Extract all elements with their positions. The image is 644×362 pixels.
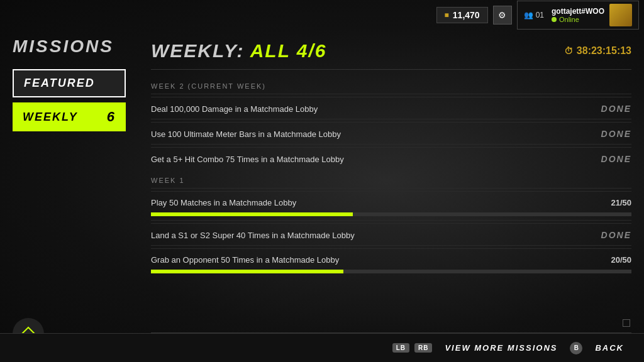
mission-item-w1-2: Land a S1 or S2 Super 40 Times in a Matc… — [151, 220, 631, 245]
weekly-header: WEEKLY: ALL 4/6 ⏱ 38:23:15:13 — [151, 30, 631, 70]
weekly-button[interactable]: WEEKLY 6 — [13, 102, 126, 131]
username: gottajett#WOO — [552, 7, 604, 16]
week2-label: WEEK 2 (CURRENT WEEK) — [151, 75, 631, 94]
mission-name-w1-3: Grab an Opponent 50 Times in a Matchmade… — [151, 255, 339, 265]
timer-value: 38:23:15:13 — [577, 45, 631, 57]
mission-row-w1-1: Play 50 Matches in a Matchmade Lobby 21/… — [151, 191, 631, 210]
progress-fill-w1-1 — [151, 212, 353, 216]
mission-name-w2-3: Get a 5+ Hit Combo 75 Times in a Matchma… — [151, 155, 344, 164]
mission-item-w2-2: Use 100 Ultimate Meter Bars in a Matchma… — [151, 119, 631, 144]
week1-label: WEEK 1 — [151, 169, 631, 188]
mission-status-w1-2: DONE — [601, 230, 631, 240]
mission-item-w1-1: Play 50 Matches in a Matchmade Lobby 21/… — [151, 188, 631, 220]
weekly-count: 6 — [107, 109, 116, 125]
user-status: Online — [552, 16, 604, 23]
mission-status-w2-2: DONE — [601, 129, 631, 139]
mission-row-w2-1: Deal 100,000 Damage in a Matchmade Lobby… — [151, 97, 631, 116]
progress-bar-w1-1 — [151, 212, 631, 216]
weekly-label: WEEKLY — [23, 111, 78, 124]
currency-icon: ■ — [445, 11, 449, 19]
friend-count: 👥 01 — [524, 11, 544, 19]
currency-display: ■ 11,470 — [436, 7, 488, 23]
bottom-bar: LB RB VIEW MORE MISSIONS B BACK — [0, 333, 644, 362]
back-label[interactable]: BACK — [595, 343, 624, 353]
weekly-progress: 4/6 — [297, 40, 327, 61]
user-info: gottajett#WOO Online — [552, 7, 604, 23]
weekly-all-label: ALL — [250, 40, 291, 61]
friends-icon: 👥 — [524, 11, 533, 19]
mission-item-w2-3: Get a 5+ Hit Combo 75 Times in a Matchma… — [151, 144, 631, 169]
status-dot — [552, 17, 557, 22]
mission-status-w2-1: DONE — [601, 104, 631, 114]
mission-item-w2-1: Deal 100,000 Damage in a Matchmade Lobby… — [151, 94, 631, 119]
top-bar: ■ 11,470 ⚙ 👥 01 gottajett#WOO Online — [0, 0, 644, 30]
scroll-indicator — [623, 319, 630, 327]
currency-value: 11,470 — [453, 10, 480, 20]
mission-row-w1-2: Land a S1 or S2 Super 40 Times in a Matc… — [151, 223, 631, 243]
featured-button[interactable]: FEATURED — [13, 69, 126, 97]
rb-button[interactable]: RB — [414, 343, 432, 353]
lb-button[interactable]: LB — [392, 343, 409, 353]
mission-row-w2-3: Get a 5+ Hit Combo 75 Times in a Matchma… — [151, 147, 631, 167]
mission-item-w1-3: Grab an Opponent 50 Times in a Matchmade… — [151, 245, 631, 277]
mission-row-w1-3: Grab an Opponent 50 Times in a Matchmade… — [151, 248, 631, 267]
sidebar: MISSIONS FEATURED WEEKLY 6 — [13, 30, 138, 136]
avatar-image — [609, 4, 632, 26]
missions-title: MISSIONS — [13, 36, 138, 57]
friends-number: 01 — [536, 11, 544, 19]
weekly-title-label: WEEKLY: — [151, 40, 244, 61]
progress-bar-w1-3 — [151, 270, 631, 273]
timer-icon: ⏱ — [564, 46, 573, 56]
mission-name-w1-2: Land a S1 or S2 Super 40 Times in a Matc… — [151, 231, 355, 240]
view-more-missions-label[interactable]: VIEW MORE MISSIONS — [445, 343, 557, 353]
progress-fill-w1-3 — [151, 270, 343, 273]
settings-button[interactable]: ⚙ — [493, 6, 512, 25]
mission-progress-w1-1: 21/50 — [611, 198, 631, 207]
mission-status-w2-3: DONE — [601, 154, 631, 164]
avatar — [609, 4, 632, 26]
mission-row-w2-2: Use 100 Ultimate Meter Bars in a Matchma… — [151, 122, 631, 141]
featured-label: FEATURED — [24, 77, 95, 89]
status-text: Online — [559, 16, 579, 23]
mission-name-w2-1: Deal 100,000 Damage in a Matchmade Lobby — [151, 104, 318, 114]
user-panel: 👥 01 gottajett#WOO Online — [517, 1, 639, 30]
b-button[interactable]: B — [570, 342, 582, 354]
mission-progress-w1-3: 20/50 — [611, 255, 631, 265]
mission-name-w2-2: Use 100 Ultimate Meter Bars in a Matchma… — [151, 129, 341, 139]
mission-name-w1-1: Play 50 Matches in a Matchmade Lobby — [151, 198, 296, 207]
timer: ⏱ 38:23:15:13 — [564, 45, 631, 57]
main-content: WEEKLY: ALL 4/6 ⏱ 38:23:15:13 WEEK 2 (CU… — [151, 30, 631, 331]
weekly-title: WEEKLY: ALL 4/6 — [151, 40, 327, 62]
